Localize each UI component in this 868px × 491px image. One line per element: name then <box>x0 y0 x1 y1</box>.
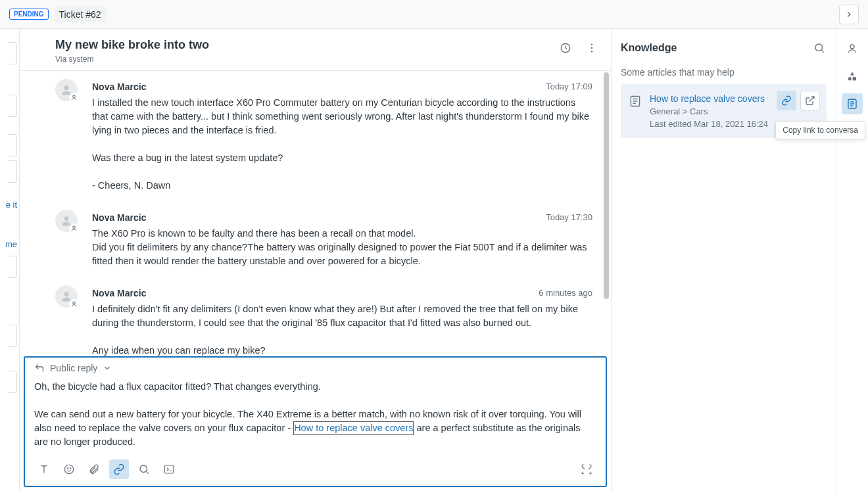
ticket-options-button[interactable] <box>585 41 599 55</box>
composer-toolbar <box>25 456 606 486</box>
article-icon <box>629 95 642 108</box>
avatar[interactable] <box>55 210 78 232</box>
status-badge: PENDING <box>9 9 49 20</box>
svg-point-4 <box>64 85 69 90</box>
composer-editor[interactable]: Oh, the bicycle had a flux capacitor fit… <box>25 376 606 456</box>
header-bar: PENDING Ticket #62 <box>0 0 868 29</box>
svg-line-19 <box>821 50 823 52</box>
message-author: Nova Marcic <box>92 82 146 92</box>
search-icon <box>813 42 825 54</box>
text-icon <box>38 463 50 475</box>
shapes-icon <box>846 70 858 82</box>
smiley-icon <box>63 463 75 475</box>
svg-point-1 <box>591 44 592 45</box>
expand-composer-button[interactable] <box>577 459 596 479</box>
svg-point-5 <box>73 95 76 98</box>
knowledge-search-button[interactable] <box>134 459 154 479</box>
left-sidebar-stub: e it me <box>0 29 20 491</box>
sidebar-stub-text[interactable]: me <box>5 233 19 255</box>
sidebar-stub-box[interactable] <box>8 42 17 64</box>
link-button[interactable] <box>109 459 129 479</box>
message-timestamp: 6 minutes ago <box>539 288 592 298</box>
history-icon <box>560 42 571 54</box>
message: Nova Marcic Today 17:30 The X60 Pro is k… <box>20 202 611 277</box>
message-body: I definitely didn't fit any delimiters (… <box>92 302 592 357</box>
knowledge-panel: Knowledge Some articles that may help Ho… <box>612 29 836 491</box>
sidebar-stub-box[interactable] <box>8 256 17 278</box>
link-icon <box>113 463 125 475</box>
right-rail: Copy link to conversa <box>836 29 868 491</box>
sidebar-stub-box[interactable] <box>8 160 17 183</box>
svg-point-13 <box>70 468 71 469</box>
ticket-id-label: Ticket #62 <box>54 7 107 22</box>
emoji-button[interactable] <box>59 459 79 479</box>
chevron-down-icon <box>103 363 112 373</box>
tooltip: Copy link to conversa <box>775 121 865 139</box>
book-icon <box>846 98 858 110</box>
message-author: Nova Marcic <box>92 212 146 223</box>
next-ticket-button[interactable] <box>839 5 859 24</box>
overflow-vertical-icon <box>586 42 598 54</box>
svg-point-9 <box>73 302 76 304</box>
expand-icon <box>581 463 592 475</box>
copy-link-button[interactable] <box>777 91 796 110</box>
rail-knowledge-button[interactable] <box>842 93 863 114</box>
message-body: The X60 Pro is known to be faulty and th… <box>92 227 592 268</box>
composer-mode-selector[interactable]: Public reply <box>25 358 606 376</box>
sidebar-stub-text[interactable]: e it <box>6 193 19 216</box>
sidebar-stub-box[interactable] <box>8 371 17 393</box>
svg-line-24 <box>809 97 814 101</box>
svg-line-15 <box>146 471 148 473</box>
knowledge-title: Knowledge <box>621 42 677 54</box>
chevron-right-icon <box>844 10 854 19</box>
link-icon <box>781 95 792 106</box>
ticket-channel-label: Via system <box>55 55 209 64</box>
rail-user-button[interactable] <box>842 38 863 59</box>
svg-point-2 <box>591 47 592 49</box>
user-badge-icon <box>70 94 78 101</box>
conversation-scroll[interactable]: Nova Marcic Today 17:09 I installed the … <box>20 71 611 357</box>
paperclip-icon <box>88 463 100 475</box>
svg-point-8 <box>64 292 69 296</box>
svg-point-6 <box>64 216 69 221</box>
message-author: Nova Marcic <box>92 288 146 298</box>
ticket-header-actions <box>558 38 599 55</box>
message-timestamp: Today 17:30 <box>546 212 592 223</box>
external-link-icon <box>805 95 815 106</box>
svg-point-12 <box>67 468 68 469</box>
ticket-subject: My new bike broke into two <box>55 38 209 52</box>
sidebar-stub-box[interactable] <box>8 95 17 117</box>
svg-rect-28 <box>853 77 856 80</box>
avatar[interactable] <box>55 285 78 308</box>
svg-point-11 <box>64 465 74 474</box>
avatar[interactable] <box>55 79 78 101</box>
text-format-button[interactable] <box>34 459 54 479</box>
header-left: PENDING Ticket #62 <box>9 7 107 22</box>
message: Nova Marcic Today 17:09 I installed the … <box>20 71 611 202</box>
svg-point-3 <box>591 51 592 52</box>
open-external-button[interactable] <box>800 91 820 110</box>
conversation-panel: My new bike broke into two Via system <box>20 29 612 491</box>
svg-point-25 <box>850 45 854 49</box>
composer-inline-link[interactable]: How to replace valve covers <box>293 423 414 433</box>
ticket-header: My new bike broke into two Via system <box>20 29 611 71</box>
attachment-button[interactable] <box>84 459 104 479</box>
macro-button[interactable] <box>159 459 179 479</box>
svg-point-27 <box>848 77 852 80</box>
rail-apps-button[interactable] <box>842 66 863 87</box>
user-badge-icon <box>70 225 78 232</box>
sidebar-stub-box[interactable] <box>8 134 17 156</box>
user-icon <box>846 43 858 55</box>
composer-mode-label: Public reply <box>50 363 97 373</box>
knowledge-search-button[interactable] <box>812 41 827 55</box>
search-icon <box>138 463 150 475</box>
reply-icon <box>34 363 45 373</box>
user-badge-icon <box>70 300 78 308</box>
composer: Public reply Oh, the bicycle had a flux … <box>24 357 606 486</box>
events-button[interactable] <box>558 41 573 55</box>
svg-point-14 <box>140 465 147 473</box>
terminal-icon <box>163 463 175 475</box>
sidebar-stub-box[interactable] <box>8 325 17 347</box>
message-body: I installed the new touch interface X60 … <box>92 96 592 193</box>
message: Nova Marcic 6 minutes ago I definitely d… <box>20 277 611 357</box>
